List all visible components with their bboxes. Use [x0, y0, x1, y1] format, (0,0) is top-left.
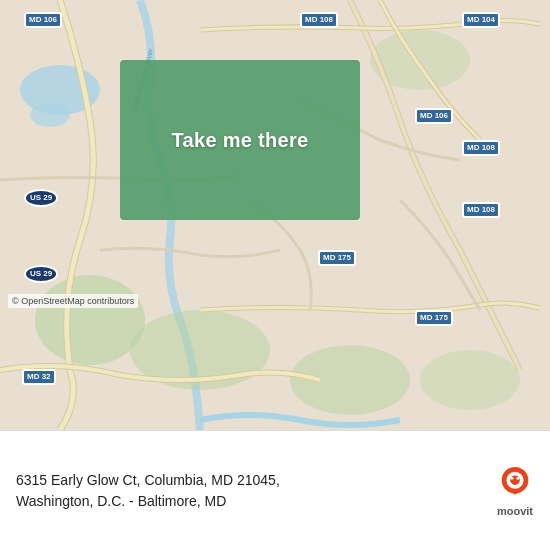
- address-text: 6315 Early Glow Ct, Columbia, MD 21045, …: [16, 470, 484, 512]
- road-badge-us29-bot: US 29: [24, 262, 58, 283]
- road-badge-us29-top: US 29: [24, 186, 58, 207]
- road-badge-md175-right: MD 175: [415, 306, 453, 326]
- svg-point-13: [516, 476, 519, 479]
- map-highlight[interactable]: Take me there: [120, 60, 360, 220]
- address-line2: Washington, D.C. - Baltimore, MD: [16, 493, 226, 509]
- road-badge-md108-bot: MD 108: [462, 198, 500, 218]
- road-badge-md104: MD 104: [462, 8, 500, 28]
- road-badge-md106-top: MD 106: [24, 8, 62, 28]
- address-block: 6315 Early Glow Ct, Columbia, MD 21045, …: [16, 470, 484, 512]
- svg-point-5: [290, 345, 410, 415]
- svg-point-2: [30, 103, 70, 127]
- moovit-label: moovit: [497, 505, 533, 517]
- info-bar: 6315 Early Glow Ct, Columbia, MD 21045, …: [0, 430, 550, 550]
- address-line1: 6315 Early Glow Ct, Columbia, MD 21045,: [16, 472, 280, 488]
- svg-point-11: [510, 475, 520, 485]
- road-badge-md108-top: MD 108: [300, 8, 338, 28]
- take-me-there-button[interactable]: Take me there: [172, 129, 309, 152]
- svg-point-6: [420, 350, 520, 410]
- road-badge-md175-mid: MD 175: [318, 246, 356, 266]
- map-attribution: © OpenStreetMap contributors: [8, 294, 138, 308]
- map-container: Little Patuxent River Take me there MD 1…: [0, 0, 550, 430]
- road-badge-md32: MD 32: [22, 365, 56, 385]
- moovit-logo: moovit: [496, 465, 534, 517]
- road-badge-md108-mid: MD 108: [462, 136, 500, 156]
- moovit-icon: [496, 465, 534, 503]
- svg-point-3: [35, 275, 145, 365]
- svg-point-12: [511, 476, 514, 479]
- road-badge-md106-right: MD 106: [415, 104, 453, 124]
